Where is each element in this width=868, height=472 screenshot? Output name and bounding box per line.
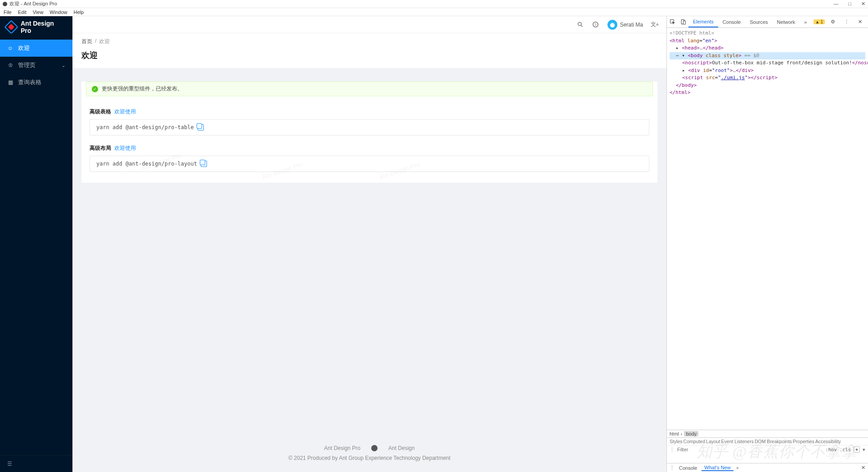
styles-tab[interactable]: Accessibility xyxy=(815,439,841,444)
brand-name: Ant Design Pro xyxy=(21,20,66,34)
avatar xyxy=(607,20,617,30)
sidebar-item-label: 管理页 xyxy=(18,61,36,69)
menu-help[interactable]: Help xyxy=(73,9,84,15)
sidebar-item-label: 查询表格 xyxy=(18,78,41,86)
sidebar-logo[interactable]: Ant Design Pro xyxy=(0,16,72,38)
devtools-styles-pane: Styles Computed Layout Event Listeners D… xyxy=(667,438,868,463)
svg-line-1 xyxy=(581,25,583,27)
breadcrumb-home[interactable]: 首页 xyxy=(81,38,92,45)
kebab-icon[interactable]: ⋮ xyxy=(841,19,852,25)
menu-view[interactable]: View xyxy=(33,9,44,15)
breadcrumb-node[interactable]: html xyxy=(670,431,679,436)
close-icon[interactable]: ✕ xyxy=(855,19,865,25)
language-icon[interactable]: 文A xyxy=(651,21,658,28)
drawer-tab-whatsnew[interactable]: What's New xyxy=(702,465,733,471)
styles-tab[interactable]: Styles xyxy=(670,439,683,444)
page-title: 欢迎 xyxy=(81,50,657,61)
devtools-tab-console[interactable]: Console xyxy=(718,16,745,27)
sidebar-item-table[interactable]: ▦ 查询表格 xyxy=(0,74,72,91)
new-style-rule-button[interactable]: + xyxy=(854,446,860,453)
devtools-tab-network[interactable]: Network xyxy=(773,16,800,27)
section-pro-layout: 高级布局 欢迎使用 yarn add @ant-design/pro-layou… xyxy=(81,139,657,175)
menu-window[interactable]: Window xyxy=(49,9,67,15)
devtools-tab-elements[interactable]: Elements xyxy=(688,16,718,27)
footer-copyright: © 2021 Produced by Ant Group Experience … xyxy=(72,455,666,461)
success-alert: ✓ 更快更强的重型组件，已经发布。 xyxy=(86,81,653,96)
help-icon[interactable]: ? xyxy=(592,21,599,28)
breadcrumb: 首页 / 欢迎 xyxy=(81,38,657,45)
devtools-breadcrumb[interactable]: html › body xyxy=(667,430,868,438)
user-menu[interactable]: Serati Ma xyxy=(607,20,643,30)
window-title: 欢迎 - Ant Design Pro xyxy=(9,0,57,7)
footer-link-antd[interactable]: Ant Design xyxy=(388,445,415,451)
gear-icon[interactable]: ⚙ xyxy=(828,19,838,25)
window-close-button[interactable]: ✕ xyxy=(861,1,865,7)
username: Serati Ma xyxy=(620,22,643,28)
smile-icon: ☺ xyxy=(7,45,13,51)
close-icon[interactable]: × xyxy=(736,465,739,471)
code-block: yarn add @ant-design/pro-table xyxy=(90,119,649,135)
code-text: yarn add @ant-design/pro-layout xyxy=(96,161,197,167)
breadcrumb-node[interactable]: body xyxy=(684,431,698,436)
svg-point-0 xyxy=(578,22,582,26)
kebab-icon[interactable]: ⋮ xyxy=(670,447,675,453)
sidebar-item-label: 欢迎 xyxy=(18,44,30,52)
window-maximize-button[interactable]: □ xyxy=(848,1,851,7)
section-pro-table: 高级表格 欢迎使用 yarn add @ant-design/pro-table xyxy=(81,103,657,139)
breadcrumb-separator: / xyxy=(95,38,96,45)
code-block: yarn add @ant-design/pro-layout xyxy=(90,156,649,172)
styles-filter-input[interactable] xyxy=(677,447,823,452)
warning-badge[interactable]: ▲ 1 xyxy=(814,19,825,24)
devtools-tab-sources[interactable]: Sources xyxy=(745,16,772,27)
devtools-panel: Elements Console Sources Network » ▲ 1 ⚙… xyxy=(666,16,868,472)
dom-tree[interactable]: <!DOCTYPE html> <html lang="en"> ▸ <head… xyxy=(667,28,868,430)
menu-file[interactable]: File xyxy=(4,9,12,15)
alert-text: 更快更强的重型组件，已经发布。 xyxy=(102,85,183,93)
styles-tab[interactable]: Layout xyxy=(706,439,720,444)
cls-toggle[interactable]: .cls xyxy=(840,447,851,452)
collapse-icon: ☰ xyxy=(7,461,12,467)
styles-tab[interactable]: Event Listeners xyxy=(721,439,754,444)
github-icon[interactable] xyxy=(371,445,378,451)
styles-tab[interactable]: DOM Breakpoints xyxy=(755,439,792,444)
devtools-drawer: ⋮ Console What's New × ✕ xyxy=(667,463,868,472)
devtools-tab-more[interactable]: » xyxy=(800,16,811,27)
kebab-icon[interactable]: ⋮ xyxy=(670,465,675,471)
breadcrumb-current: 欢迎 xyxy=(99,38,110,45)
welcome-card: ✓ 更快更强的重型组件，已经发布。 高级表格 欢迎使用 yarn add @an… xyxy=(81,81,657,183)
styles-tab[interactable]: Computed xyxy=(684,439,705,444)
app-menubar: File Edit View Window Help xyxy=(0,8,868,16)
footer: Ant Design Pro Ant Design © 2021 Produce… xyxy=(72,440,666,472)
window-titlebar: 欢迎 - Ant Design Pro — □ ✕ xyxy=(0,0,868,8)
chevron-down-icon: ⌄ xyxy=(62,63,65,68)
hov-toggle[interactable]: :hov xyxy=(825,447,837,452)
main-content: ? Serati Ma 文A 首页 / 欢迎 欢迎 xyxy=(72,16,666,472)
sidebar-item-welcome[interactable]: ☺ 欢迎 xyxy=(0,40,72,57)
svg-text:?: ? xyxy=(595,22,597,27)
inspect-icon[interactable] xyxy=(667,16,678,27)
search-icon[interactable] xyxy=(577,21,584,28)
copy-icon[interactable] xyxy=(201,161,207,167)
copy-icon[interactable] xyxy=(198,124,204,130)
code-text: yarn add @ant-design/pro-table xyxy=(96,124,194,130)
check-circle-icon: ✓ xyxy=(92,86,98,92)
window-minimize-button[interactable]: — xyxy=(833,1,838,7)
sidebar: Ant Design Pro ☺ 欢迎 ♔ 管理页 ⌄ ▦ 查询表格 ☰ xyxy=(0,16,72,472)
section-link[interactable]: 欢迎使用 xyxy=(114,108,136,115)
drawer-tab-console[interactable]: Console xyxy=(676,465,700,471)
more-icon[interactable]: ▾ xyxy=(863,447,865,453)
drawer-close-icon[interactable]: ✕ xyxy=(861,465,865,471)
sidebar-item-admin[interactable]: ♔ 管理页 ⌄ xyxy=(0,57,72,74)
menu-edit[interactable]: Edit xyxy=(18,9,27,15)
sidebar-collapse-button[interactable]: ☰ xyxy=(0,455,72,472)
topbar: ? Serati Ma 文A xyxy=(72,16,666,33)
app-icon xyxy=(3,2,7,6)
device-toggle-icon[interactable] xyxy=(678,16,688,27)
section-heading: 高级布局 xyxy=(90,145,111,151)
svg-rect-6 xyxy=(683,21,685,24)
styles-tab[interactable]: Properties xyxy=(793,439,814,444)
section-link[interactable]: 欢迎使用 xyxy=(114,145,136,151)
footer-link-pro[interactable]: Ant Design Pro xyxy=(324,445,360,451)
section-heading: 高级表格 xyxy=(90,108,111,115)
page-header: 首页 / 欢迎 欢迎 xyxy=(72,33,666,68)
